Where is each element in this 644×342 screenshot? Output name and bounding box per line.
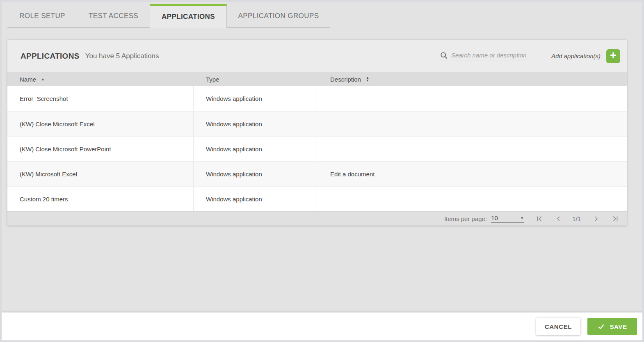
page-indicator: 1/1	[572, 215, 581, 222]
chevron-down-icon: ▼	[520, 216, 524, 220]
first-page-icon	[536, 215, 543, 222]
tab-applications[interactable]: APPLICATIONS	[150, 4, 227, 28]
table-row[interactable]: Custom 20 timers Windows application	[7, 186, 627, 211]
add-applications-label: Add application(s)	[551, 52, 601, 59]
cell-description	[317, 187, 627, 211]
cell-type: Windows application	[194, 86, 317, 111]
items-per-page-label: Items per page:	[444, 215, 487, 222]
plus-icon: +	[610, 49, 617, 62]
tab-label: ROLE SETUP	[19, 12, 65, 20]
panel-header: APPLICATIONS You have 5 Applications Add…	[7, 40, 627, 72]
table-row[interactable]: (KW) Close Microsoft Excel Windows appli…	[7, 111, 627, 136]
cell-description	[317, 112, 627, 136]
applications-panel: APPLICATIONS You have 5 Applications Add…	[7, 40, 627, 226]
cell-type: Windows application	[194, 187, 317, 211]
column-header-type[interactable]: Type	[194, 76, 317, 83]
check-icon	[597, 323, 605, 331]
screen: ROLE SETUP TEST ACCESS APPLICATIONS APPL…	[0, 0, 644, 342]
column-header-name[interactable]: Name ▲	[7, 76, 194, 83]
table-row[interactable]: Error_Screenshot Windows application	[7, 86, 627, 111]
last-page-button[interactable]	[612, 215, 619, 222]
tab-test-access[interactable]: TEST ACCESS	[77, 4, 150, 27]
search-icon	[440, 51, 448, 59]
table-body: Error_Screenshot Windows application (KW…	[7, 86, 627, 211]
table-row[interactable]: (KW) Microsoft Excel Windows application…	[7, 161, 627, 186]
tab-label: APPLICATION GROUPS	[238, 12, 319, 20]
tab-application-groups[interactable]: APPLICATION GROUPS	[227, 4, 330, 27]
table-header: Name ▲ Type Description ▲ ▼	[7, 72, 627, 86]
cell-description	[317, 137, 627, 161]
chevron-left-icon	[555, 216, 562, 222]
first-page-button[interactable]	[536, 215, 543, 222]
table-row[interactable]: (KW) Close Microsoft PowerPoint Windows …	[7, 136, 627, 161]
pagination-bar: Items per page: 10 ▼ 1/1	[7, 211, 627, 226]
last-page-icon	[612, 215, 619, 222]
items-per-page-select[interactable]: 10 ▼	[491, 214, 524, 223]
cell-name: (KW) Close Microsoft PowerPoint	[7, 137, 194, 161]
chevron-right-icon	[593, 216, 599, 222]
add-application-button[interactable]: +	[606, 49, 620, 63]
column-header-description[interactable]: Description ▲ ▼	[317, 76, 627, 83]
cell-name: Custom 20 timers	[7, 187, 194, 211]
tab-bar: ROLE SETUP TEST ACCESS APPLICATIONS APPL…	[7, 4, 330, 28]
tab-label: TEST ACCESS	[89, 12, 138, 20]
search-box	[440, 51, 532, 61]
search-input[interactable]	[451, 52, 532, 59]
next-page-button[interactable]	[593, 216, 599, 222]
sort-both-icon: ▲ ▼	[366, 76, 369, 82]
cancel-button[interactable]: CANCEL	[536, 318, 580, 335]
items-per-page-value: 10	[491, 214, 498, 221]
cell-description	[317, 86, 627, 111]
cell-name: Error_Screenshot	[7, 86, 194, 111]
panel-title: APPLICATIONS	[21, 52, 80, 61]
cell-type: Windows application	[194, 137, 317, 161]
tab-role-setup[interactable]: ROLE SETUP	[7, 4, 77, 27]
cell-type: Windows application	[194, 112, 317, 136]
tab-label: APPLICATIONS	[162, 13, 215, 21]
cell-type: Windows application	[194, 162, 317, 186]
footer-action-bar: CANCEL SAVE	[2, 312, 642, 340]
cell-name: (KW) Microsoft Excel	[7, 162, 194, 186]
previous-page-button[interactable]	[555, 216, 562, 222]
panel-subtitle: You have 5 Applications	[85, 52, 159, 60]
cell-description: Edit a document	[317, 162, 627, 186]
save-button[interactable]: SAVE	[587, 318, 637, 335]
cell-name: (KW) Close Microsoft Excel	[7, 112, 194, 136]
sort-asc-icon: ▲	[41, 77, 45, 81]
